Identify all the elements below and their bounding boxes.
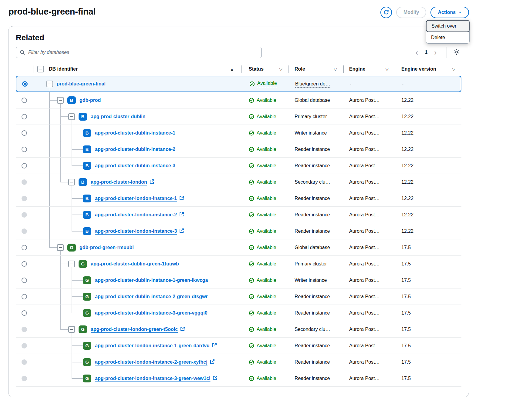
- db-identifier-link[interactable]: apg-prod-cluster-dublin: [91, 114, 145, 119]
- filter-column-icon[interactable]: ▽: [385, 67, 389, 72]
- db-identifier-link[interactable]: apg-prod-cluster-london-instance-1: [95, 196, 177, 201]
- filter-column-icon[interactable]: ▽: [452, 67, 455, 72]
- engine-version-cell: 17.5: [395, 359, 461, 365]
- role-text: Primary cluster: [295, 114, 327, 119]
- db-identifier-link[interactable]: apg-prod-cluster-london-instance-2: [95, 212, 177, 218]
- engine-version-text: 12.22: [401, 228, 413, 234]
- row-radio[interactable]: [22, 114, 27, 119]
- external-link-icon[interactable]: [213, 375, 218, 382]
- db-identifier-link[interactable]: apg-prod-cluster-london-instance-3-green…: [95, 376, 210, 381]
- status-cell: Available: [241, 147, 288, 152]
- actions-button[interactable]: Actions ▲: [430, 7, 469, 18]
- expand-toggle[interactable]: [68, 261, 75, 267]
- engine-version-text: 12.22: [401, 196, 413, 201]
- expand-toggle[interactable]: [57, 244, 64, 251]
- external-link-icon[interactable]: [179, 195, 184, 202]
- row-radio[interactable]: [22, 310, 27, 316]
- db-identifier-link[interactable]: apg-prod-cluster-dublin-instance-1-green…: [95, 278, 208, 283]
- tree-connector-stub: [72, 133, 83, 133]
- row-radio[interactable]: [22, 261, 27, 267]
- db-identifier-link[interactable]: apg-prod-cluster-dublin-instance-2-green…: [95, 294, 208, 299]
- db-identifier-link[interactable]: apg-prod-cluster-london-green-t5ooic: [91, 327, 178, 332]
- db-identifier-link[interactable]: apg-prod-cluster-dublin-green-1tuuwb: [91, 261, 179, 267]
- refresh-icon: [383, 9, 389, 16]
- external-link-icon[interactable]: [179, 228, 184, 234]
- engine-version-text: 17.5: [401, 327, 411, 332]
- external-link-icon[interactable]: [210, 359, 215, 365]
- engine-version-cell: 17.5: [395, 261, 461, 267]
- expand-toggle[interactable]: [68, 179, 75, 185]
- engine-text: Aurora Post…: [349, 163, 380, 168]
- status-cell: Available: [241, 343, 288, 348]
- db-identifier-link[interactable]: apg-prod-cluster-london-instance-2-green…: [95, 359, 207, 365]
- collapse-all-toggle[interactable]: [37, 66, 44, 72]
- db-identifier-link[interactable]: apg-prod-cluster-london: [91, 179, 147, 185]
- filter-column-icon[interactable]: ▽: [279, 67, 282, 72]
- db-identifier-link[interactable]: gdb-prod: [79, 98, 101, 103]
- db-identifier-link[interactable]: apg-prod-cluster-dublin-instance-3: [95, 163, 175, 168]
- engine-text: Aurora Post…: [349, 261, 380, 266]
- table-row: Gapg-prod-cluster-london-instance-3-gree…: [16, 370, 461, 387]
- engine-version-text: 17.5: [401, 376, 411, 381]
- status-available-icon: [249, 310, 254, 316]
- menu-item-switch-over[interactable]: Switch over: [426, 20, 470, 32]
- expand-toggle[interactable]: [68, 113, 75, 120]
- role-cell: Reader instance: [288, 359, 343, 365]
- settings-button[interactable]: [452, 48, 461, 57]
- radio-column-header: [16, 62, 33, 76]
- db-identifier-link[interactable]: apg-prod-cluster-dublin-instance-2: [95, 147, 175, 152]
- db-identifier-link[interactable]: apg-prod-cluster-london-instance-3: [95, 228, 177, 234]
- tree-node: Ggdb-prod-green-rmuubl: [57, 244, 134, 252]
- row-radio[interactable]: [22, 98, 27, 103]
- role-cell: Secondary clu…: [288, 179, 343, 185]
- role-text: Reader instance: [295, 376, 330, 381]
- db-identifier-link[interactable]: apg-prod-cluster-dublin-instance-3-green…: [95, 310, 207, 316]
- status-available-icon: [249, 212, 254, 218]
- db-identifier-link[interactable]: apg-prod-cluster-london-instance-1-green…: [95, 343, 210, 348]
- external-link-icon[interactable]: [150, 179, 154, 185]
- blue-environment-badge: B: [83, 145, 91, 153]
- row-radio[interactable]: [22, 130, 27, 136]
- external-link-icon[interactable]: [212, 343, 217, 349]
- status-cell: Available: [241, 179, 288, 185]
- engine-version-cell: 17.5: [395, 294, 461, 299]
- refresh-button[interactable]: [380, 7, 392, 18]
- engine-cell: Aurora Post…: [343, 327, 395, 332]
- engine-version-cell: 12.22: [395, 179, 461, 185]
- expand-toggle[interactable]: [46, 81, 53, 87]
- external-link-icon[interactable]: [180, 326, 185, 332]
- engine-text: Aurora Post…: [349, 245, 380, 250]
- db-identifier-link[interactable]: apg-prod-cluster-dublin-instance-1: [95, 130, 175, 136]
- tree-node: Bapg-prod-cluster-london: [68, 178, 154, 186]
- tree-node: Bapg-prod-cluster-dublin-instance-2: [83, 145, 175, 153]
- tree-guide-line: [49, 190, 50, 206]
- modify-button[interactable]: Modify: [396, 7, 427, 18]
- filter-databases-input[interactable]: [16, 47, 262, 58]
- row-radio-cell: [16, 114, 33, 119]
- filter-column-icon[interactable]: ▽: [334, 67, 337, 72]
- row-radio[interactable]: [22, 163, 27, 168]
- row-radio[interactable]: [22, 147, 27, 152]
- row-radio[interactable]: [22, 294, 27, 299]
- row-radio-cell: [16, 245, 33, 250]
- row-radio[interactable]: [22, 278, 27, 283]
- expand-toggle[interactable]: [57, 97, 64, 104]
- db-identifier-link[interactable]: gdb-prod-green-rmuubl: [79, 245, 134, 250]
- menu-item-delete[interactable]: Delete: [426, 32, 469, 43]
- blue-environment-badge: B: [83, 129, 91, 137]
- external-link-icon[interactable]: [179, 212, 184, 218]
- row-radio-selected[interactable]: [22, 81, 28, 87]
- sort-ascending-icon[interactable]: ▲: [230, 67, 234, 72]
- row-radio[interactable]: [22, 245, 27, 250]
- engine-text: Aurora Post…: [349, 228, 380, 234]
- role-text: Blue/green de…: [295, 81, 330, 88]
- expand-toggle[interactable]: [68, 326, 75, 333]
- role-cell: Global database: [288, 98, 343, 103]
- next-page-button[interactable]: ›: [431, 48, 440, 56]
- previous-page-button[interactable]: ‹: [413, 48, 421, 56]
- engine-version-text: -: [402, 81, 403, 86]
- tree-guide-line: [49, 125, 50, 141]
- status-cell: Available: [241, 245, 288, 250]
- engine-version-cell: 17.5: [395, 376, 461, 381]
- db-identifier-link[interactable]: prod-blue-green-final: [57, 81, 106, 87]
